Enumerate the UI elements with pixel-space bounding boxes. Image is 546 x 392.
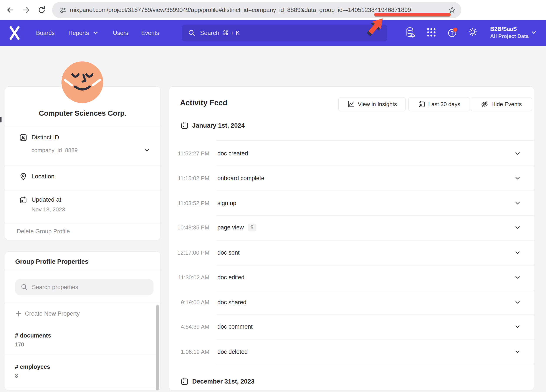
- event-expand-chevron-icon[interactable]: [514, 274, 521, 281]
- event-expand-chevron-icon[interactable]: [514, 224, 521, 231]
- event-row[interactable]: doc created: [217, 150, 248, 157]
- event-row[interactable]: doc edited: [217, 274, 245, 281]
- company-avatar: [61, 61, 103, 103]
- event-time: 9:19:00 AM: [169, 299, 209, 306]
- property-value: 8: [15, 373, 18, 379]
- event-expand-chevron-icon[interactable]: [514, 200, 521, 207]
- day-header: December 31st, 2023: [181, 377, 254, 386]
- settings-gear-icon[interactable]: [468, 27, 478, 37]
- reports-chevron-down-icon[interactable]: [93, 31, 98, 35]
- distinct-id-value: company_id_8889: [32, 147, 78, 154]
- apps-grid-icon[interactable]: [426, 27, 436, 37]
- event-expand-chevron-icon[interactable]: [514, 299, 521, 306]
- event-time: 4:54:39 AM: [169, 323, 209, 330]
- screen-edge-artifact: [0, 117, 1, 122]
- calendar-icon: [418, 101, 425, 108]
- event-expand-chevron-icon[interactable]: [514, 150, 521, 157]
- project-scope: All Project Data: [490, 33, 529, 39]
- property-name: # documents: [15, 332, 51, 339]
- updated-at-value: Nov 13, 2023: [32, 206, 65, 213]
- event-time: 12:17:00 PM: [169, 249, 209, 256]
- updated-at-label: Updated at: [32, 196, 61, 203]
- company-name: Computer Sciences Corp.: [5, 109, 160, 117]
- event-count-badge: 5: [248, 224, 256, 231]
- back-icon[interactable]: [6, 5, 15, 15]
- calendar-icon: [181, 121, 189, 129]
- nav-link-boards[interactable]: Boards: [36, 29, 55, 37]
- group-profile-properties-card: Group Profile Properties Create New Prop…: [5, 251, 161, 391]
- global-search-input[interactable]: [200, 29, 352, 37]
- properties-scrollbar[interactable]: [156, 305, 159, 391]
- properties-search[interactable]: [15, 279, 154, 296]
- event-row[interactable]: doc deleted: [217, 349, 248, 355]
- activity-feed-title: Activity Feed: [180, 98, 228, 107]
- properties-search-input[interactable]: [32, 284, 145, 291]
- company-profile-card: Computer Sciences Corp. Distinct ID comp…: [5, 86, 161, 240]
- reload-icon[interactable]: [37, 5, 46, 15]
- event-row[interactable]: sign up: [217, 200, 236, 207]
- plus-icon[interactable]: [15, 310, 22, 317]
- notification-dot: [453, 28, 457, 32]
- distinct-id-icon: [19, 134, 27, 141]
- mixpanel-logo-icon[interactable]: [10, 26, 20, 40]
- global-search[interactable]: [182, 25, 387, 41]
- url-highlighted-id: -1405123841946871899: [346, 6, 411, 13]
- browser-toolbar: mixpanel.com/project/3187769/view/369904…: [0, 0, 546, 20]
- url-text: mixpanel.com/project/3187769/view/369904…: [70, 6, 411, 13]
- event-time: 10:48:35 PM: [169, 224, 209, 231]
- event-time: 11:30:02 AM: [169, 274, 209, 281]
- event-time: 11:52:27 PM: [169, 150, 209, 157]
- event-row[interactable]: page view5: [217, 224, 256, 231]
- property-name: # employees: [15, 364, 50, 370]
- project-name[interactable]: B2B/SaaS: [490, 26, 517, 32]
- data-management-icon[interactable]: [405, 27, 416, 39]
- day-header-date: December 31st, 2023: [192, 378, 254, 385]
- line-chart-icon: [347, 100, 355, 108]
- event-expand-chevron-icon[interactable]: [514, 175, 521, 182]
- eye-slash-icon: [481, 100, 488, 108]
- day-header: January 1st, 2024: [181, 121, 245, 129]
- event-expand-chevron-icon[interactable]: [514, 249, 521, 256]
- hide-events-button[interactable]: Hide Events: [471, 97, 532, 111]
- properties-title: Group Profile Properties: [15, 258, 88, 265]
- event-row[interactable]: doc sent: [217, 249, 240, 256]
- site-controls-icon[interactable]: [59, 6, 67, 14]
- event-time: 11:03:52 PM: [169, 200, 209, 207]
- red-underline-annotation: [374, 13, 451, 16]
- project-chevron-down-icon[interactable]: [531, 30, 537, 35]
- help-icon[interactable]: ?: [447, 26, 459, 39]
- event-time: 1:06:19 AM: [169, 349, 209, 355]
- distinct-id-chevron-down-icon[interactable]: [143, 148, 150, 153]
- delete-group-profile-button[interactable]: Delete Group Profile: [17, 228, 70, 235]
- event-expand-chevron-icon[interactable]: [514, 348, 521, 355]
- event-row[interactable]: doc shared: [217, 299, 247, 306]
- location-label: Location: [32, 173, 54, 180]
- nav-link-users[interactable]: Users: [113, 29, 128, 37]
- nav-link-events[interactable]: Events: [141, 29, 159, 37]
- svg-text:?: ?: [451, 30, 454, 36]
- event-time: 11:15:02 PM: [169, 175, 209, 182]
- event-expand-chevron-icon[interactable]: [514, 323, 521, 330]
- search-icon: [188, 29, 196, 37]
- view-in-insights-button[interactable]: View in Insights: [338, 97, 406, 111]
- location-icon: [19, 173, 27, 180]
- event-row[interactable]: doc comment: [217, 323, 253, 330]
- date-range-button[interactable]: Last 30 days: [408, 97, 470, 111]
- activity-feed-card: Activity Feed View in Insights Last 30 d…: [169, 86, 534, 391]
- nav-link-reports[interactable]: Reports: [68, 29, 89, 37]
- property-value: 170: [15, 341, 24, 348]
- top-navbar: Boards Reports Users Events: [0, 20, 546, 46]
- calendar-icon: [181, 377, 189, 386]
- create-new-property-button[interactable]: Create New Property: [25, 310, 80, 317]
- event-row[interactable]: onboard complete: [217, 175, 264, 182]
- updated-at-calendar-icon: [19, 196, 27, 204]
- search-icon: [21, 283, 28, 291]
- distinct-id-label: Distinct ID: [32, 134, 59, 141]
- forward-icon[interactable]: [21, 5, 31, 15]
- day-header-date: January 1st, 2024: [192, 122, 245, 129]
